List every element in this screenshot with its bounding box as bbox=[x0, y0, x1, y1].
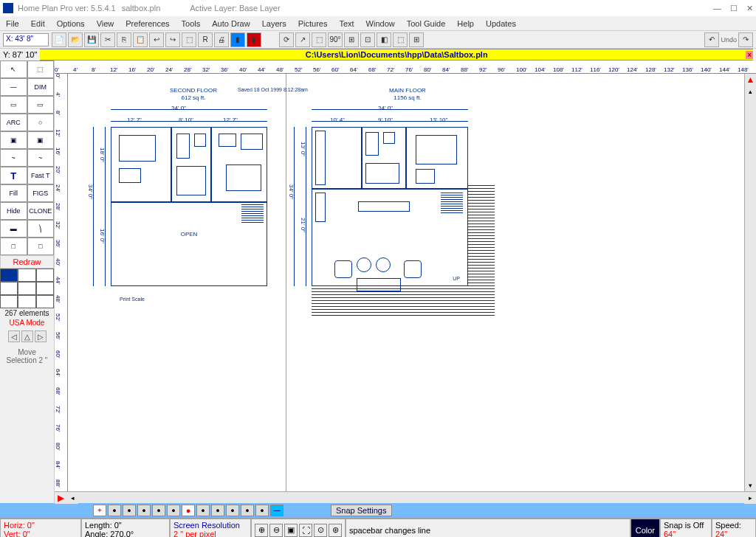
menu-pictures[interactable]: Pictures bbox=[298, 19, 328, 28]
snap-b8[interactable]: ● bbox=[211, 505, 224, 516]
snap-b3[interactable]: ● bbox=[137, 505, 151, 516]
redo-button[interactable]: ↷ bbox=[738, 32, 753, 47]
minimize-button[interactable]: — bbox=[713, 4, 721, 13]
menu-layers[interactable]: Layers bbox=[262, 19, 286, 28]
snap-b6[interactable]: ● bbox=[182, 505, 195, 516]
tool-circle[interactable]: ○ bbox=[27, 114, 55, 131]
menu-help[interactable]: Help bbox=[457, 19, 474, 28]
snap-b4[interactable]: ● bbox=[152, 505, 165, 516]
zoom-out-button[interactable]: ⊖ bbox=[269, 524, 283, 537]
scroll-up-arrow[interactable]: ▲ bbox=[745, 74, 756, 86]
menu-updates[interactable]: Updates bbox=[486, 19, 516, 28]
snap-b1[interactable]: ● bbox=[108, 505, 121, 516]
menu-options[interactable]: Options bbox=[57, 19, 85, 28]
zoom-window-button[interactable]: ▣ bbox=[284, 524, 298, 537]
menu-view[interactable]: View bbox=[97, 19, 114, 28]
tb1[interactable]: ↩ bbox=[149, 32, 164, 47]
color-cell[interactable] bbox=[18, 282, 35, 295]
tool-text[interactable]: T bbox=[0, 167, 27, 184]
save-button[interactable]: 💾 bbox=[84, 32, 99, 47]
tool-clone[interactable]: CLONE bbox=[27, 202, 55, 220]
tool-select[interactable]: ⬚ bbox=[27, 60, 55, 78]
color-current[interactable] bbox=[0, 268, 18, 282]
tool-t3[interactable]: □ bbox=[0, 238, 27, 255]
menu-file[interactable]: File bbox=[6, 19, 19, 28]
zoom-prev-button[interactable]: ⊙ bbox=[314, 524, 327, 537]
rotate-button[interactable]: 90° bbox=[328, 32, 343, 47]
menu-edit[interactable]: Edit bbox=[31, 19, 45, 28]
tool-fill[interactable]: Fill bbox=[0, 184, 27, 202]
tool-hide[interactable]: Hide bbox=[0, 202, 27, 220]
color-cell[interactable] bbox=[36, 268, 54, 282]
color-cell[interactable] bbox=[0, 282, 18, 295]
tb-b[interactable]: ↗ bbox=[295, 32, 310, 47]
menu-text[interactable]: Text bbox=[339, 19, 354, 28]
color-button[interactable]: Color bbox=[636, 526, 655, 535]
snap-b11[interactable]: ● bbox=[255, 505, 269, 516]
snap-plus[interactable]: + bbox=[93, 505, 106, 516]
tb-a[interactable]: ⟳ bbox=[279, 32, 294, 47]
scroll-left[interactable]: ◂ bbox=[66, 492, 78, 504]
tb-c[interactable]: ⬚ bbox=[312, 32, 326, 47]
tb-d[interactable]: ⊞ bbox=[344, 32, 359, 47]
scroll-up[interactable]: ▴ bbox=[745, 86, 756, 97]
snap-b10[interactable]: ● bbox=[241, 505, 254, 516]
tool-t1[interactable]: ▬ bbox=[0, 220, 27, 238]
copy-button[interactable]: ⎘ bbox=[117, 32, 131, 47]
close-button[interactable]: ✕ bbox=[746, 4, 753, 13]
menu-window[interactable]: Window bbox=[366, 19, 395, 28]
tool-curve[interactable]: ~ bbox=[0, 149, 27, 167]
tool-wall[interactable]: ▣ bbox=[0, 131, 27, 149]
snap-b2[interactable]: ● bbox=[123, 505, 136, 516]
nudge-left[interactable]: ◁ bbox=[8, 330, 20, 342]
tb-f[interactable]: ◧ bbox=[377, 32, 391, 47]
tool-wall2[interactable]: ▣ bbox=[27, 131, 55, 149]
scroll-left-origin[interactable]: ▶ bbox=[55, 492, 66, 504]
horizontal-scrollbar[interactable]: ▶ ◂ ▸ bbox=[55, 491, 756, 503]
maximize-button[interactable]: ☐ bbox=[730, 4, 738, 13]
redraw-button[interactable]: Redraw bbox=[0, 255, 54, 268]
cut-button[interactable]: ✂ bbox=[100, 32, 115, 47]
tb-h[interactable]: ⊞ bbox=[409, 32, 424, 47]
color-cell[interactable] bbox=[0, 295, 18, 308]
print-button[interactable]: 🖨 bbox=[214, 32, 229, 47]
tb3[interactable]: ⬚ bbox=[182, 32, 196, 47]
tool-fast[interactable]: Fast T bbox=[27, 167, 55, 184]
snap-b9[interactable]: ● bbox=[226, 505, 239, 516]
tb2[interactable]: ↪ bbox=[165, 32, 180, 47]
tool-dim[interactable]: DIM bbox=[27, 78, 55, 96]
open-button[interactable]: 📂 bbox=[68, 32, 83, 47]
color-cell[interactable] bbox=[18, 268, 35, 282]
tool-t2[interactable]: ⎞ bbox=[27, 220, 55, 238]
tool-arrow[interactable]: ↖ bbox=[0, 60, 27, 78]
tool-line[interactable]: — bbox=[0, 78, 27, 96]
tb-g[interactable]: ⬚ bbox=[393, 32, 408, 47]
tb-highlight[interactable]: ▮ bbox=[230, 32, 245, 47]
scroll-down[interactable]: ▾ bbox=[745, 479, 756, 491]
zoom-all-button[interactable]: ⊛ bbox=[329, 524, 342, 537]
tool-rect[interactable]: ▭ bbox=[0, 96, 27, 114]
tool-arc[interactable]: ARC bbox=[0, 114, 27, 131]
tb-e[interactable]: ⊡ bbox=[360, 32, 375, 47]
menu-preferences[interactable]: Preferences bbox=[126, 19, 169, 28]
nudge-right[interactable]: ▷ bbox=[35, 330, 47, 342]
path-close-icon[interactable]: × bbox=[746, 51, 753, 59]
drawing-canvas[interactable]: SECOND FLOOR 612 sq ft. Saved 18 Oct 199… bbox=[68, 74, 744, 491]
tool-curve2[interactable]: ~ bbox=[27, 149, 55, 167]
undo-button[interactable]: ↶ bbox=[704, 32, 719, 47]
menu-tools[interactable]: Tools bbox=[182, 19, 201, 28]
nudge-up[interactable]: △ bbox=[21, 330, 33, 342]
menu-autodraw[interactable]: Auto Draw bbox=[212, 19, 250, 28]
snap-minus[interactable]: — bbox=[270, 505, 284, 516]
zoom-extents-button[interactable]: ⛶ bbox=[299, 524, 312, 537]
tool-figs[interactable]: FIGS bbox=[27, 184, 55, 202]
color-cell[interactable] bbox=[36, 282, 54, 295]
vertical-scrollbar[interactable]: ▲ ▴ ▾ bbox=[744, 74, 756, 491]
snap-b7[interactable]: ● bbox=[196, 505, 210, 516]
menu-toolguide[interactable]: Tool Guide bbox=[407, 19, 446, 28]
tool-t4[interactable]: □ bbox=[27, 238, 55, 255]
new-button[interactable]: 📄 bbox=[52, 32, 66, 47]
tool-rect2[interactable]: ▭ bbox=[27, 96, 55, 114]
snap-b5[interactable]: ● bbox=[167, 505, 180, 516]
color-cell[interactable] bbox=[18, 295, 35, 308]
